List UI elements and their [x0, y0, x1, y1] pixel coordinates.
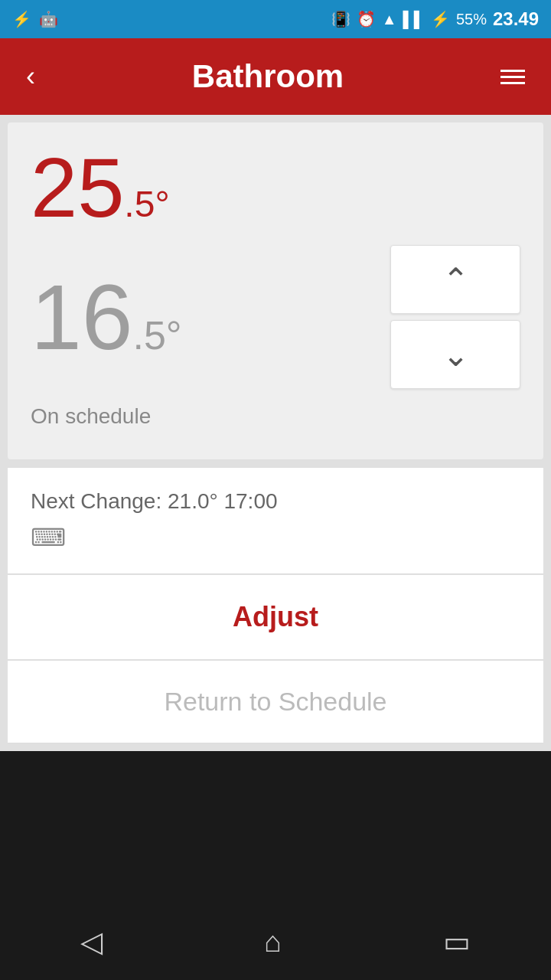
android-icon: 🤖	[39, 10, 58, 28]
info-section: Next Change: 21.0° 17:00 ⌨	[8, 467, 543, 574]
battery-icon: ⚡	[431, 10, 450, 28]
status-time: 23.49	[493, 8, 539, 30]
nav-home-button[interactable]: ⌂	[241, 918, 305, 966]
status-bar: ⚡ 🤖 📳 ⏰ ▲ ▌▌ ⚡ 55% 23.49	[0, 0, 551, 38]
set-temp-row: 16 .5° ⌃ ⌄	[31, 245, 520, 389]
battery-level: 55%	[456, 11, 487, 28]
chevron-down-icon: ⌄	[442, 336, 469, 374]
main-content: 25 .5° 16 .5° ⌃ ⌄ On schedule Next Chang…	[0, 115, 551, 751]
alarm-icon: ⏰	[357, 10, 376, 28]
current-temp-decimal: .5°	[124, 183, 169, 225]
menu-line-3	[500, 82, 525, 84]
adjust-label: Adjust	[233, 601, 318, 632]
current-temp-main: 25	[31, 145, 124, 230]
vibrate-icon: 📳	[331, 10, 350, 28]
set-temperature: 16 .5°	[31, 271, 182, 363]
usb-icon: ⚡	[12, 10, 31, 28]
signal-icon: ▌▌	[403, 11, 425, 28]
page-title: Bathroom	[192, 58, 344, 95]
set-temp-decimal: .5°	[132, 312, 181, 358]
wifi-icon: ▲	[382, 11, 397, 28]
app-header: ‹ Bathroom	[0, 38, 551, 115]
nav-recent-button[interactable]: ▭	[420, 917, 494, 966]
chevron-up-icon: ⌃	[442, 261, 469, 299]
status-left-icons: ⚡ 🤖	[12, 10, 58, 28]
next-change-text: Next Change: 21.0° 17:00	[31, 489, 520, 514]
increase-button[interactable]: ⌃	[390, 245, 520, 314]
status-right-icons: 📳 ⏰ ▲ ▌▌ ⚡ 55% 23.49	[331, 8, 539, 30]
set-temp-main: 16	[31, 271, 132, 363]
adjust-button[interactable]: Adjust	[8, 575, 543, 660]
menu-button[interactable]	[493, 62, 533, 92]
next-change-value: 21.0° 17:00	[168, 489, 278, 513]
next-change-label: Next Change:	[31, 489, 161, 513]
return-label: Return to Schedule	[164, 687, 386, 716]
temperature-card: 25 .5° 16 .5° ⌃ ⌄ On schedule	[8, 122, 543, 459]
return-to-schedule-button[interactable]: Return to Schedule	[8, 661, 543, 743]
decrease-button[interactable]: ⌄	[390, 320, 520, 389]
schedule-status: On schedule	[31, 404, 520, 429]
current-temperature: 25 .5°	[31, 145, 520, 230]
menu-line-1	[500, 70, 525, 72]
temperature-controls: ⌃ ⌄	[390, 245, 520, 389]
nav-back-button[interactable]: ◁	[57, 917, 126, 966]
back-button[interactable]: ‹	[18, 53, 43, 100]
radio-signal-icon: ⌨	[31, 523, 520, 552]
bottom-nav: ◁ ⌂ ▭	[0, 903, 551, 980]
menu-line-2	[500, 76, 525, 78]
